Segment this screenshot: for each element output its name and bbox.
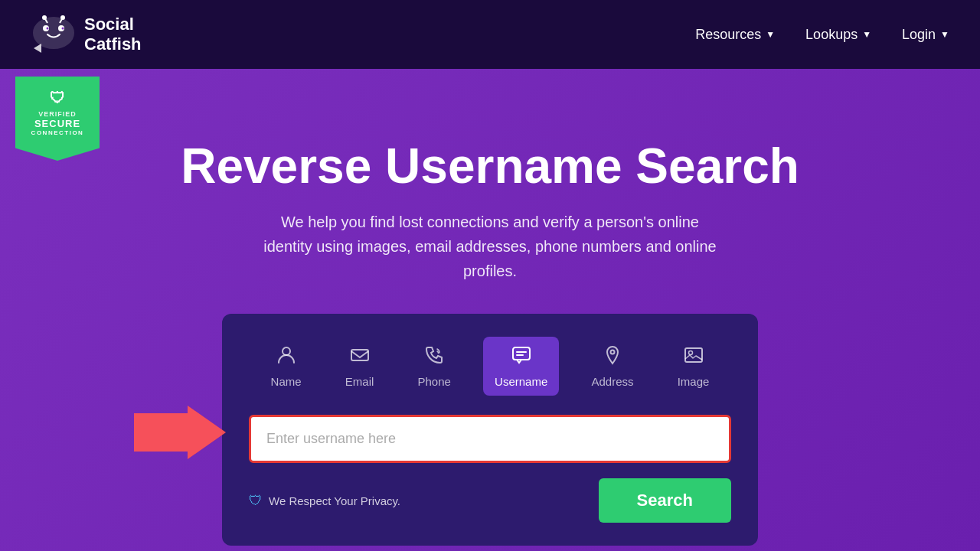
page-title: Reverse Username Search	[181, 138, 799, 194]
tab-phone[interactable]: Phone	[407, 337, 462, 396]
phone-icon	[423, 344, 445, 370]
svg-point-16	[610, 350, 614, 354]
tab-username-label: Username	[495, 375, 547, 388]
shield-icon: 🛡	[50, 90, 66, 107]
login-caret-icon: ▼	[940, 29, 949, 40]
search-card: Name Email	[222, 314, 758, 546]
nav-login[interactable]: Login ▼	[902, 27, 949, 43]
tab-image-label: Image	[678, 375, 710, 388]
svg-rect-12	[351, 350, 368, 360]
tab-email-label: Email	[345, 375, 374, 388]
svg-point-11	[283, 347, 290, 355]
search-button[interactable]: Search	[599, 478, 731, 523]
badge-line1: VERIFIED	[38, 110, 77, 118]
main-nav: Resources ▼ Lookups ▼ Login ▼	[695, 27, 949, 43]
tab-email[interactable]: Email	[334, 337, 386, 396]
badge-line3: CONNECTION	[31, 129, 84, 136]
logo-text: Social Catfish	[84, 15, 142, 55]
svg-point-0	[34, 18, 74, 48]
search-tabs: Name Email	[249, 337, 731, 396]
privacy-shield-icon: 🛡	[249, 493, 263, 509]
tab-name[interactable]: Name	[260, 337, 313, 396]
svg-rect-13	[513, 347, 530, 360]
search-footer: 🛡 We Respect Your Privacy. Search	[249, 478, 731, 523]
username-chat-icon	[511, 344, 532, 370]
privacy-note: 🛡 We Respect Your Privacy.	[249, 493, 400, 509]
email-icon	[349, 344, 371, 370]
tab-username[interactable]: Username	[483, 337, 559, 396]
badge-line2: SECURE	[34, 118, 80, 129]
resources-caret-icon: ▼	[766, 29, 775, 40]
tab-image[interactable]: Image	[666, 337, 721, 396]
secure-badge: 🛡 VERIFIED SECURE CONNECTION	[15, 77, 100, 161]
username-search-input[interactable]	[249, 415, 731, 463]
location-icon	[602, 344, 623, 370]
logo[interactable]: Social Catfish	[31, 11, 142, 57]
arrow-annotation	[134, 406, 226, 459]
tab-name-label: Name	[271, 375, 302, 388]
tab-phone-label: Phone	[418, 375, 451, 388]
tab-address[interactable]: Address	[580, 337, 645, 396]
person-icon	[276, 344, 297, 370]
svg-point-2	[47, 28, 49, 30]
hero-subtitle: We help you find lost connections and ve…	[260, 210, 720, 283]
svg-point-4	[62, 28, 64, 30]
search-input-wrapper	[249, 415, 731, 463]
hero-section: 🛡 VERIFIED SECURE CONNECTION Reverse Use…	[0, 69, 980, 551]
header: Social Catfish Resources ▼ Lookups ▼ Log…	[0, 0, 980, 69]
svg-point-18	[688, 351, 692, 355]
nav-lookups[interactable]: Lookups ▼	[805, 27, 871, 43]
lookups-caret-icon: ▼	[862, 29, 871, 40]
svg-marker-10	[134, 406, 226, 459]
privacy-text: We Respect Your Privacy.	[269, 494, 400, 507]
nav-resources[interactable]: Resources ▼	[695, 27, 775, 43]
svg-rect-17	[685, 348, 702, 362]
logo-icon	[31, 11, 77, 57]
tab-address-label: Address	[591, 375, 633, 388]
image-icon	[683, 344, 704, 370]
